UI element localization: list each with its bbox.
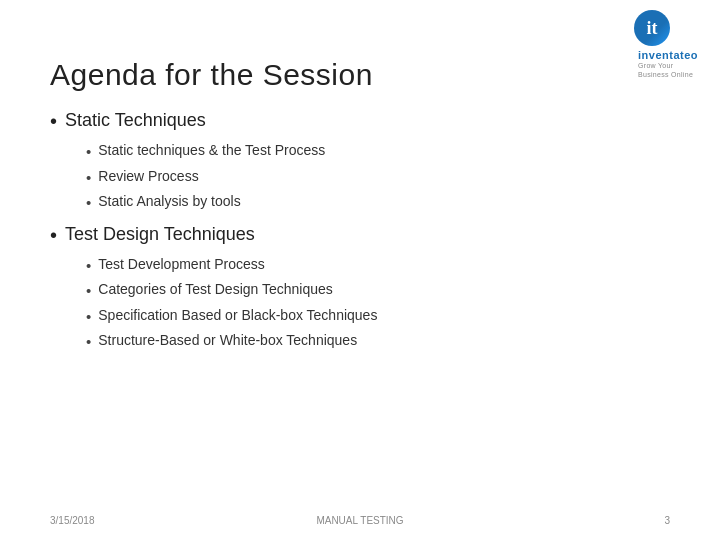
- section-2-subitems: Test Development Process Categories of T…: [86, 253, 670, 355]
- logo-letter: it: [647, 18, 658, 39]
- section-1-subitems: Static techniques & the Test Process Rev…: [86, 139, 670, 216]
- sub-item-2-1: Test Development Process: [86, 253, 670, 279]
- slide-title: Agenda for the Session: [50, 58, 670, 92]
- logo-text-block: inventateo Grow Your Business Online: [638, 46, 706, 82]
- sub-item-1-2: Review Process: [86, 165, 670, 191]
- section-2-heading: Test Design Techniques: [50, 224, 670, 247]
- logo-circle: it: [634, 10, 670, 46]
- section-1-heading: Static Techniques: [50, 110, 670, 133]
- sub-item-1-1: Static techniques & the Test Process: [86, 139, 670, 165]
- logo-brand: inventateo: [638, 49, 706, 62]
- sub-item-2-2: Categories of Test Design Techniques: [86, 278, 670, 304]
- slide: it inventateo Grow Your Business Online …: [0, 0, 720, 540]
- sub-item-2-3: Specification Based or Black-box Techniq…: [86, 304, 670, 330]
- logo-tagline: Grow Your Business Online: [638, 62, 706, 79]
- footer-date: 3/15/2018: [50, 515, 130, 526]
- sub-item-1-3: Static Analysis by tools: [86, 190, 670, 216]
- sub-item-2-4: Structure-Based or White-box Techniques: [86, 329, 670, 355]
- footer-page-number: 3: [590, 515, 670, 526]
- logo: it inventateo Grow Your Business Online: [634, 10, 706, 46]
- footer-center-text: MANUAL TESTING: [130, 515, 590, 526]
- slide-footer: 3/15/2018 MANUAL TESTING 3: [0, 515, 720, 526]
